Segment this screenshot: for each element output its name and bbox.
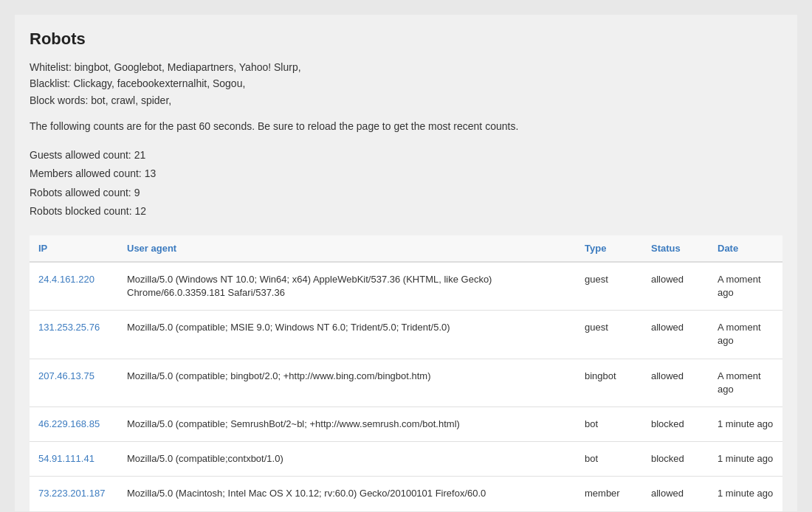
- members-count-value: 13: [145, 167, 156, 179]
- cell-useragent: Mozilla/5.0 (compatible; bingbot/2.0; +h…: [118, 359, 576, 407]
- whitelist-label: Whitelist:: [30, 61, 72, 73]
- whitelist-line: Whitelist: bingbot, Googlebot, Mediapart…: [30, 59, 782, 75]
- guests-count-line: Guests allowed count: 21: [30, 146, 782, 165]
- robots-blocked-count-line: Robots blocked count: 12: [30, 202, 782, 221]
- blockwords-label: Block words:: [30, 94, 88, 106]
- cell-type: member: [576, 477, 642, 511]
- cell-useragent: Mozilla/5.0 (Macintosh; Intel Mac OS X 1…: [118, 477, 576, 511]
- table-row: 24.4.161.220 Mozilla/5.0 (Windows NT 10.…: [30, 262, 782, 311]
- cell-ip[interactable]: 207.46.13.75: [30, 359, 118, 407]
- robots-table: IP User agent Type Status Date 24.4.161.…: [30, 235, 782, 511]
- col-header-type: Type: [576, 235, 642, 262]
- cell-useragent: Mozilla/5.0 (Windows NT 10.0; Win64; x64…: [118, 262, 576, 311]
- cell-status: allowed: [642, 311, 709, 359]
- notice-text: The following counts are for the past 60…: [30, 119, 782, 134]
- cell-status: blocked: [642, 407, 709, 442]
- table-body: 24.4.161.220 Mozilla/5.0 (Windows NT 10.…: [30, 262, 782, 511]
- cell-status: allowed: [642, 359, 709, 407]
- robots-blocked-value: 12: [134, 205, 146, 217]
- table-row: 207.46.13.75 Mozilla/5.0 (compatible; bi…: [30, 359, 782, 407]
- ip-link[interactable]: 207.46.13.75: [38, 370, 94, 381]
- cell-useragent: Mozilla/5.0 (compatible; MSIE 9.0; Windo…: [118, 311, 576, 359]
- cell-type: guest: [576, 262, 642, 311]
- robots-allowed-label: Robots allowed count:: [30, 187, 131, 198]
- col-header-date: Date: [709, 235, 782, 262]
- members-count-line: Members allowed count: 13: [30, 165, 782, 183]
- table-row: 131.253.25.76 Mozilla/5.0 (compatible; M…: [30, 311, 782, 359]
- cell-ip[interactable]: 54.91.111.41: [30, 442, 118, 477]
- ip-link[interactable]: 131.253.25.76: [38, 322, 100, 333]
- cell-status: allowed: [642, 477, 709, 511]
- ip-link[interactable]: 46.229.168.85: [38, 418, 100, 429]
- table-row: 46.229.168.85 Mozilla/5.0 (compatible; S…: [30, 407, 782, 442]
- ip-link[interactable]: 54.91.111.41: [38, 453, 94, 464]
- blacklist-line: Blacklist: Clickagy, facebookexternalhit…: [30, 75, 782, 91]
- ip-link[interactable]: 73.223.201.187: [38, 488, 105, 499]
- robots-allowed-value: 9: [134, 187, 140, 198]
- cell-type: bot: [576, 407, 642, 442]
- cell-date: A moment ago: [709, 262, 782, 311]
- table-header-row: IP User agent Type Status Date: [30, 235, 782, 262]
- cell-date: A moment ago: [709, 359, 782, 407]
- members-count-label: Members allowed count:: [30, 167, 142, 179]
- guests-count-value: 21: [134, 149, 146, 161]
- table-row: 73.223.201.187 Mozilla/5.0 (Macintosh; I…: [30, 477, 782, 511]
- cell-status: allowed: [642, 262, 709, 311]
- col-header-useragent: User agent: [118, 235, 576, 262]
- cell-status: blocked: [642, 442, 709, 477]
- info-block: Whitelist: bingbot, Googlebot, Mediapart…: [30, 59, 782, 108]
- robots-allowed-count-line: Robots allowed count: 9: [30, 184, 782, 202]
- cell-ip[interactable]: 46.229.168.85: [30, 407, 118, 442]
- cell-ip[interactable]: 73.223.201.187: [30, 477, 118, 511]
- table-row: 54.91.111.41 Mozilla/5.0 (compatible;con…: [30, 442, 782, 477]
- cell-date: 1 minute ago: [709, 477, 782, 511]
- blacklist-label: Blacklist:: [30, 77, 70, 89]
- col-header-ip: IP: [30, 235, 118, 262]
- cell-useragent: Mozilla/5.0 (compatible;contxbot/1.0): [118, 442, 576, 477]
- ip-link[interactable]: 24.4.161.220: [38, 274, 94, 285]
- cell-type: bot: [576, 442, 642, 477]
- blockwords-value: bot, crawl, spider,: [91, 94, 171, 106]
- cell-type: guest: [576, 311, 642, 359]
- counts-block: Guests allowed count: 21 Members allowed…: [30, 146, 782, 221]
- blockwords-line: Block words: bot, crawl, spider,: [30, 92, 782, 108]
- cell-type: bingbot: [576, 359, 642, 407]
- cell-date: 1 minute ago: [709, 407, 782, 442]
- col-header-status: Status: [642, 235, 709, 262]
- whitelist-value: bingbot, Googlebot, Mediapartners, Yahoo…: [75, 61, 301, 73]
- cell-useragent: Mozilla/5.0 (compatible; SemrushBot/2~bl…: [118, 407, 576, 442]
- page-title: Robots: [30, 30, 782, 49]
- cell-ip[interactable]: 131.253.25.76: [30, 311, 118, 359]
- guests-count-label: Guests allowed count:: [30, 149, 131, 161]
- robots-blocked-label: Robots blocked count:: [30, 205, 132, 217]
- blacklist-value: Clickagy, facebookexternalhit, Sogou,: [73, 77, 245, 89]
- cell-date: A moment ago: [709, 311, 782, 359]
- cell-ip[interactable]: 24.4.161.220: [30, 262, 118, 311]
- cell-date: 1 minute ago: [709, 442, 782, 477]
- page-container: Robots Whitelist: bingbot, Googlebot, Me…: [15, 15, 797, 511]
